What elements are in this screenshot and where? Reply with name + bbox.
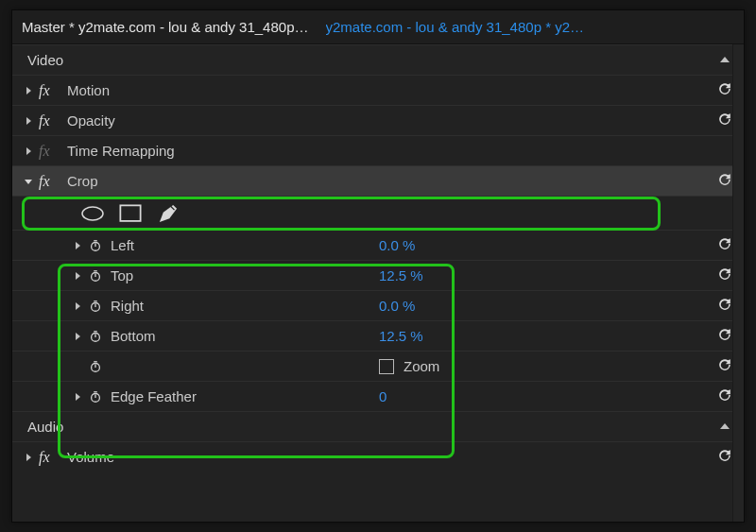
effect-controls-panel: Master * y2mate.com - lou & andy 31_480p… xyxy=(11,9,745,523)
section-audio-label: Audio xyxy=(20,419,63,435)
crop-right-row[interactable]: Right 0.0 % xyxy=(12,290,744,320)
fx-icon[interactable]: fx xyxy=(37,449,61,466)
stopwatch-icon[interactable] xyxy=(86,330,105,343)
twirl-right-icon[interactable] xyxy=(20,442,37,472)
rectangle-mask-icon[interactable] xyxy=(118,204,143,223)
reset-icon[interactable] xyxy=(715,234,734,256)
tab-source[interactable]: y2mate.com - lou & andy 31_480p * y2… xyxy=(326,19,594,35)
fx-icon[interactable]: fx xyxy=(37,173,61,190)
section-audio[interactable]: Audio xyxy=(12,411,744,441)
twirl-down-icon[interactable] xyxy=(20,166,37,197)
crop-right-value[interactable]: 0.0 % xyxy=(379,298,415,314)
stopwatch-icon[interactable] xyxy=(86,239,105,252)
mask-tools-row xyxy=(12,196,744,230)
reset-icon[interactable] xyxy=(715,386,734,407)
reset-icon[interactable] xyxy=(715,110,734,131)
svg-point-0 xyxy=(82,207,103,220)
stopwatch-icon[interactable] xyxy=(86,360,105,373)
crop-left-label: Left xyxy=(105,237,134,253)
zoom-checkbox[interactable] xyxy=(379,359,394,374)
fx-icon[interactable]: fx xyxy=(37,143,61,160)
stopwatch-icon[interactable] xyxy=(86,269,105,283)
reset-icon[interactable] xyxy=(715,295,734,317)
twirl-right-icon[interactable] xyxy=(69,321,86,352)
effects-list: Video fx Motion xyxy=(12,44,744,522)
twirl-right-icon[interactable] xyxy=(69,261,86,291)
effect-volume-label: Volume xyxy=(61,449,114,465)
crop-edge-feather-row[interactable]: Edge Feather 0 xyxy=(12,381,744,411)
effect-opacity-label: Opacity xyxy=(61,112,115,129)
ellipse-mask-icon[interactable] xyxy=(80,204,105,223)
crop-top-row[interactable]: Top 12.5 % xyxy=(12,260,744,290)
effect-time-remapping-label: Time Remapping xyxy=(61,143,175,159)
stopwatch-icon[interactable] xyxy=(86,300,105,313)
effect-motion[interactable]: fx Motion xyxy=(12,75,744,105)
effect-time-remapping[interactable]: fx Time Remapping xyxy=(12,135,744,165)
crop-edge-feather-label: Edge Feather xyxy=(105,388,197,404)
effect-crop-label: Crop xyxy=(61,173,98,189)
crop-bottom-row[interactable]: Bottom 12.5 % xyxy=(12,320,744,351)
section-video-label: Video xyxy=(20,52,63,68)
crop-zoom-row[interactable]: Zoom xyxy=(12,351,744,381)
twirl-right-icon[interactable] xyxy=(69,231,86,261)
reset-icon[interactable] xyxy=(715,79,734,101)
fx-icon[interactable]: fx xyxy=(37,82,61,99)
pen-mask-icon[interactable] xyxy=(156,204,180,223)
effect-crop[interactable]: fx Crop xyxy=(12,165,744,196)
reset-icon[interactable] xyxy=(715,265,734,286)
reset-icon[interactable] xyxy=(715,325,734,347)
reset-icon[interactable] xyxy=(715,170,734,192)
crop-left-row[interactable]: Left 0.0 % xyxy=(12,230,744,260)
twirl-right-icon[interactable] xyxy=(69,382,86,412)
reset-icon[interactable] xyxy=(715,446,734,468)
stopwatch-icon[interactable] xyxy=(86,390,105,403)
reset-icon[interactable] xyxy=(715,355,734,377)
twirl-right-icon[interactable] xyxy=(20,136,37,166)
crop-bottom-value[interactable]: 12.5 % xyxy=(379,328,423,344)
crop-top-value[interactable]: 12.5 % xyxy=(379,267,423,283)
section-video[interactable]: Video xyxy=(12,44,744,75)
crop-zoom-label: Zoom xyxy=(400,358,439,374)
effect-volume[interactable]: fx Volume xyxy=(12,441,744,472)
fx-icon[interactable]: fx xyxy=(37,112,61,129)
effect-opacity[interactable]: fx Opacity xyxy=(12,105,744,135)
tab-master[interactable]: Master * y2mate.com - lou & andy 31_480p… xyxy=(12,19,315,35)
twirl-right-icon[interactable] xyxy=(69,291,86,321)
scrollbar[interactable] xyxy=(732,44,744,522)
twirl-right-icon[interactable] xyxy=(20,106,37,136)
tab-bar: Master * y2mate.com - lou & andy 31_480p… xyxy=(12,10,744,44)
crop-right-label: Right xyxy=(105,298,144,314)
crop-edge-feather-value[interactable]: 0 xyxy=(379,388,387,404)
crop-bottom-label: Bottom xyxy=(105,328,156,344)
twirl-right-icon[interactable] xyxy=(20,76,37,106)
crop-left-value[interactable]: 0.0 % xyxy=(379,237,415,253)
effect-motion-label: Motion xyxy=(61,82,110,98)
crop-top-label: Top xyxy=(105,267,133,283)
svg-rect-1 xyxy=(120,205,140,221)
